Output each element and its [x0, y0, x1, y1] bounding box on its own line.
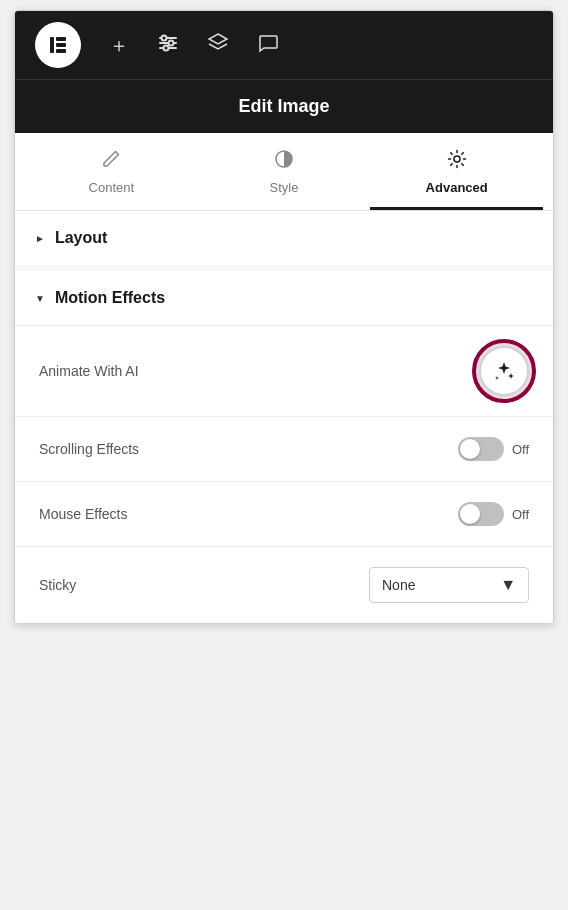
sticky-row: Sticky None ▼ [15, 547, 553, 623]
mouse-effects-label: Mouse Effects [39, 506, 127, 522]
content-area: ► Layout ▼ Motion Effects Animate With A… [15, 211, 553, 623]
scrolling-effects-toggle-container: Off [458, 437, 529, 461]
tab-content[interactable]: Content [25, 133, 198, 210]
svg-point-9 [164, 45, 169, 50]
motion-effects-body: Animate With AI Scrolling Effects [15, 326, 553, 623]
tab-style-label: Style [270, 180, 299, 195]
tab-advanced-label: Advanced [426, 180, 488, 195]
motion-chevron-icon: ▼ [35, 293, 45, 304]
mouse-effects-toggle-container: Off [458, 502, 529, 526]
sticky-dropdown-value: None [382, 577, 415, 593]
svg-point-12 [454, 156, 460, 162]
mouse-effects-row: Mouse Effects Off [15, 482, 553, 547]
toggle-track [458, 502, 504, 526]
svg-rect-3 [56, 49, 66, 53]
sparkles-icon [492, 359, 516, 383]
scrolling-effects-row: Scrolling Effects Off [15, 417, 553, 482]
add-icon[interactable]: ＋ [109, 32, 129, 59]
layers-icon[interactable] [207, 32, 229, 59]
layout-section-title: Layout [55, 229, 107, 247]
tab-style[interactable]: Style [198, 133, 371, 210]
mouse-effects-toggle[interactable] [458, 502, 504, 526]
layout-section-header[interactable]: ► Layout [15, 211, 553, 265]
message-icon[interactable] [257, 32, 279, 59]
motion-effects-title: Motion Effects [55, 289, 165, 307]
pencil-icon [101, 149, 121, 174]
gear-icon [447, 149, 467, 174]
tab-advanced[interactable]: Advanced [370, 133, 543, 210]
svg-rect-1 [56, 37, 66, 41]
toggle-thumb [460, 504, 480, 524]
tabs-container: Content Style Advanced [15, 133, 553, 211]
sticky-dropdown[interactable]: None ▼ [369, 567, 529, 603]
svg-rect-2 [56, 43, 66, 47]
scrolling-effects-toggle[interactable] [458, 437, 504, 461]
animate-ai-button[interactable] [479, 346, 529, 396]
svg-marker-10 [209, 34, 227, 44]
mouse-effects-off-label: Off [512, 507, 529, 522]
dropdown-arrow-icon: ▼ [500, 576, 516, 594]
scrolling-effects-label: Scrolling Effects [39, 441, 139, 457]
tab-content-label: Content [89, 180, 135, 195]
layout-chevron-icon: ► [35, 233, 45, 244]
scrolling-effects-off-label: Off [512, 442, 529, 457]
motion-effects-header[interactable]: ▼ Motion Effects [15, 271, 553, 326]
style-icon [274, 149, 294, 174]
elementor-logo[interactable] [35, 22, 81, 68]
svg-point-7 [162, 35, 167, 40]
svg-point-8 [169, 40, 174, 45]
svg-rect-0 [50, 37, 54, 53]
page-title: Edit Image [35, 96, 533, 117]
animate-ai-label: Animate With AI [39, 363, 139, 379]
motion-effects-section: ▼ Motion Effects Animate With AI [15, 271, 553, 623]
top-bar: ＋ [15, 11, 553, 79]
sliders-icon[interactable] [157, 32, 179, 59]
title-bar: Edit Image [15, 79, 553, 133]
editor-panel: ＋ Edit Image [14, 10, 554, 624]
toggle-track [458, 437, 504, 461]
toggle-thumb [460, 439, 480, 459]
sticky-label: Sticky [39, 577, 76, 593]
animate-ai-row: Animate With AI [15, 326, 553, 417]
layout-section: ► Layout [15, 211, 553, 265]
